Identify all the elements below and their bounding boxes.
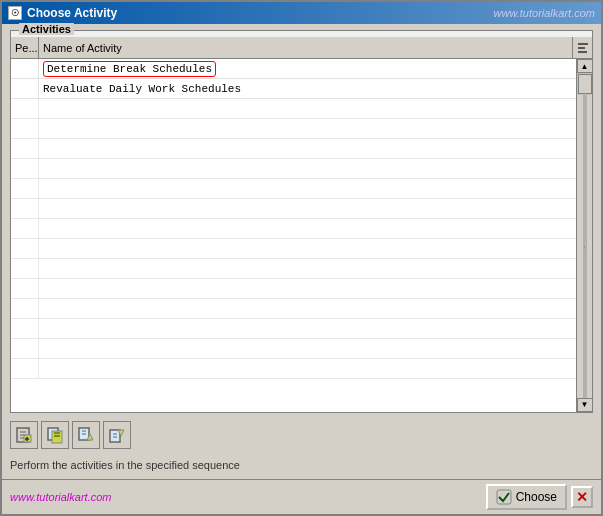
toolbar-button-0[interactable] [10,421,38,449]
table-body: Determine Break Schedules Revaluate Dail… [11,59,576,412]
empty-row [11,359,576,379]
bottom-bar: www.tutorialkart.com Choose ✕ [2,479,601,514]
empty-row [11,259,576,279]
window-content: Activities Pe... Name of Activity [2,24,601,479]
main-window: ☉ Choose Activity www.tutorialkart.com A… [0,0,603,516]
empty-row [11,239,576,259]
activities-group: Activities Pe... Name of Activity [10,30,593,413]
svg-rect-0 [578,43,588,45]
toolbar-button-3[interactable] [103,421,131,449]
window-title: Choose Activity [27,6,117,20]
window-icon: ☉ [8,6,22,20]
toolbar-button-1[interactable] [41,421,69,449]
row-name-0: Determine Break Schedules [39,59,576,79]
column-settings-icon[interactable] [572,37,592,58]
row-pe-1 [11,79,39,98]
cancel-icon: ✕ [576,489,588,505]
empty-row [11,199,576,219]
empty-row [11,179,576,199]
vertical-scrollbar: ▲ ··· ▼ [576,59,592,412]
empty-row [11,279,576,299]
status-text: Perform the activities in the specified … [10,457,593,473]
title-bar-left: ☉ Choose Activity [8,6,117,20]
scroll-up-button[interactable]: ▲ [577,59,593,73]
table-with-scroll: Determine Break Schedules Revaluate Dail… [11,59,592,412]
empty-rows [11,99,576,379]
cancel-button[interactable]: ✕ [571,486,593,508]
scroll-thumb[interactable] [578,74,592,94]
col-header-pe: Pe... [11,37,39,58]
choose-button[interactable]: Choose [486,484,567,510]
toolbar-button-2[interactable] [72,421,100,449]
table-row[interactable]: Revaluate Daily Work Schedules [11,79,576,99]
empty-row [11,219,576,239]
col-header-name: Name of Activity [39,40,572,56]
svg-rect-2 [578,51,587,53]
toolbar [10,417,593,453]
title-bar: ☉ Choose Activity www.tutorialkart.com [2,2,601,24]
watermark-text: www.tutorialkart.com [10,491,111,503]
empty-row [11,139,576,159]
brand-text: www.tutorialkart.com [494,7,595,19]
choose-label: Choose [516,490,557,504]
choose-icon [496,489,512,505]
table-header: Pe... Name of Activity [11,37,592,59]
empty-row [11,339,576,359]
group-box-title: Activities [19,23,74,35]
scroll-track [577,73,593,95]
row-pe-0 [11,59,39,78]
scroll-down-button[interactable]: ▼ [577,398,593,412]
bottom-buttons: Choose ✕ [486,484,593,510]
svg-rect-1 [578,47,585,49]
empty-row [11,299,576,319]
empty-row [11,119,576,139]
row-name-1: Revaluate Daily Work Schedules [39,81,576,97]
table-row[interactable]: Determine Break Schedules [11,59,576,79]
empty-row [11,159,576,179]
empty-row [11,319,576,339]
empty-row [11,99,576,119]
table-container: Pe... Name of Activity [11,37,592,412]
resize-handle: ··· [583,95,587,398]
